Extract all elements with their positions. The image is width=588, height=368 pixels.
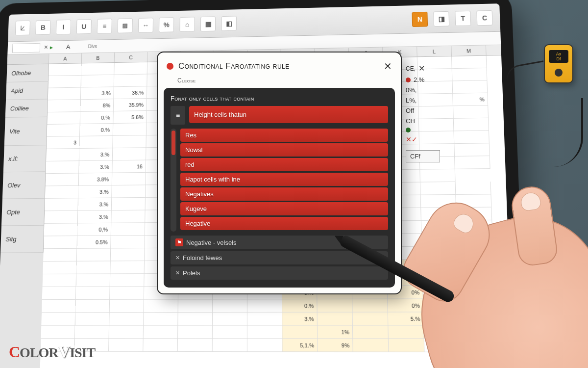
cell[interactable] bbox=[452, 68, 488, 81]
rule-option[interactable]: Hegative bbox=[180, 217, 388, 230]
accept-icon[interactable]: ▸ bbox=[50, 44, 53, 51]
row-header[interactable]: Colilee bbox=[5, 99, 48, 118]
cell[interactable] bbox=[48, 100, 81, 112]
cell[interactable] bbox=[76, 274, 110, 287]
menu-icon[interactable]: ≡ bbox=[171, 106, 185, 125]
select-all-corner[interactable] bbox=[7, 54, 49, 64]
ribbon-btn-10[interactable]: ◧ bbox=[221, 16, 237, 31]
col-header[interactable]: C bbox=[115, 52, 148, 62]
cell[interactable] bbox=[317, 299, 352, 313]
cell[interactable] bbox=[247, 313, 282, 326]
cell[interactable] bbox=[113, 123, 147, 136]
cell[interactable]: % bbox=[453, 93, 488, 106]
cell[interactable] bbox=[111, 248, 145, 261]
cell[interactable]: 0.% bbox=[80, 111, 114, 124]
cell[interactable] bbox=[75, 326, 109, 339]
cell[interactable] bbox=[454, 118, 489, 131]
cell[interactable] bbox=[247, 326, 282, 339]
cell[interactable] bbox=[75, 313, 110, 325]
ribbon-btn-3[interactable]: U bbox=[76, 19, 92, 34]
close-icon[interactable]: ✕ bbox=[418, 64, 425, 73]
row-header[interactable]: Sitg bbox=[0, 226, 44, 253]
cell[interactable] bbox=[282, 325, 318, 339]
cancel-icon[interactable]: ✕ bbox=[44, 44, 48, 50]
cell[interactable] bbox=[44, 223, 78, 236]
col-header[interactable]: B bbox=[82, 53, 115, 63]
cell[interactable]: 0.% bbox=[282, 299, 318, 313]
ribbon-btn-11[interactable]: ◨ bbox=[433, 11, 449, 26]
cell[interactable]: 3.% bbox=[78, 185, 112, 198]
cell[interactable] bbox=[81, 63, 115, 76]
cell[interactable] bbox=[46, 173, 79, 186]
cell[interactable] bbox=[49, 63, 81, 76]
cell[interactable] bbox=[81, 75, 114, 88]
cell[interactable]: 35.9% bbox=[114, 99, 147, 111]
cell[interactable] bbox=[111, 210, 145, 223]
cell[interactable] bbox=[75, 300, 110, 313]
rule-option[interactable]: Height cells thatun bbox=[189, 106, 388, 123]
cell[interactable] bbox=[42, 300, 76, 313]
rule-option[interactable]: red bbox=[180, 158, 388, 171]
cell[interactable] bbox=[178, 339, 213, 352]
cell[interactable] bbox=[110, 274, 145, 287]
cell[interactable] bbox=[247, 339, 283, 352]
cell[interactable]: 1% bbox=[318, 325, 353, 339]
cell[interactable] bbox=[77, 248, 111, 261]
cell[interactable] bbox=[43, 262, 76, 274]
ribbon-btn-8[interactable]: ⌂ bbox=[179, 17, 195, 32]
cell[interactable] bbox=[47, 112, 80, 125]
cell[interactable] bbox=[213, 326, 247, 339]
cell[interactable] bbox=[144, 313, 178, 326]
row-header[interactable]: Vite bbox=[4, 117, 48, 146]
cell[interactable] bbox=[44, 236, 77, 249]
cell[interactable] bbox=[111, 223, 145, 236]
cell[interactable]: 3.% bbox=[78, 198, 112, 211]
cell[interactable]: 0,% bbox=[77, 223, 111, 236]
ribbon-btn-4[interactable]: ≡ bbox=[97, 19, 112, 34]
cell[interactable] bbox=[46, 149, 79, 161]
cell[interactable] bbox=[76, 287, 110, 300]
ribbon-btn-6[interactable]: ↔ bbox=[138, 18, 153, 33]
ribbon-btn-2[interactable]: I bbox=[56, 19, 71, 34]
cell[interactable] bbox=[452, 56, 487, 69]
cell[interactable]: 16 bbox=[112, 160, 146, 173]
cell[interactable] bbox=[247, 299, 282, 313]
cell[interactable] bbox=[143, 339, 178, 352]
ribbon-btn-orange[interactable]: N bbox=[412, 11, 428, 26]
cell[interactable] bbox=[48, 87, 81, 100]
cell[interactable] bbox=[213, 299, 247, 313]
cell[interactable] bbox=[113, 135, 147, 148]
cell[interactable] bbox=[114, 74, 147, 87]
cell[interactable]: 3.% bbox=[79, 148, 113, 161]
cell[interactable] bbox=[109, 339, 144, 352]
row-header[interactable]: Olev bbox=[2, 172, 46, 199]
cell[interactable] bbox=[454, 143, 490, 157]
close-icon[interactable]: ✕ bbox=[384, 60, 392, 72]
cell[interactable] bbox=[113, 148, 147, 160]
rule-option[interactable]: Kugeve bbox=[180, 202, 388, 215]
cell[interactable]: 3.% bbox=[81, 87, 114, 100]
row-header[interactable]: x.if: bbox=[3, 145, 47, 172]
col-header[interactable]: A bbox=[49, 53, 82, 64]
cell[interactable] bbox=[43, 249, 77, 262]
ribbon-btn-7[interactable]: % bbox=[159, 17, 174, 32]
cell[interactable]: 5.6% bbox=[113, 111, 147, 124]
cell[interactable]: 8% bbox=[80, 99, 114, 112]
cell[interactable] bbox=[76, 261, 111, 274]
rule-option[interactable]: Hapot cells with ine bbox=[180, 173, 388, 186]
cell[interactable] bbox=[45, 198, 78, 211]
row-header[interactable]: Oihobe bbox=[6, 64, 49, 82]
cell[interactable] bbox=[178, 299, 213, 313]
cell[interactable] bbox=[110, 300, 144, 313]
cell[interactable]: 0.% bbox=[80, 124, 113, 136]
cell[interactable]: 3.% bbox=[78, 210, 112, 223]
cell[interactable] bbox=[109, 326, 144, 339]
cell[interactable] bbox=[44, 211, 78, 224]
cell[interactable]: 3.% bbox=[79, 160, 113, 173]
ribbon-right-c[interactable]: C bbox=[476, 10, 492, 25]
cell[interactable]: 3.8% bbox=[79, 173, 113, 186]
cell[interactable] bbox=[48, 76, 81, 88]
row-header[interactable]: Apid bbox=[6, 81, 49, 100]
cell[interactable] bbox=[110, 287, 144, 299]
cell[interactable] bbox=[213, 313, 247, 326]
